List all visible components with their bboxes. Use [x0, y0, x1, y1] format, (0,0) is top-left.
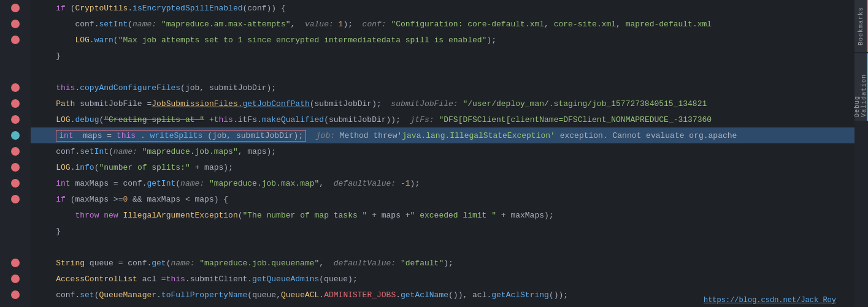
gutter-row-1 — [0, 0, 31, 16]
code-line-7: Path submitJobFile = JobSubmissionFiles … — [31, 96, 855, 112]
breakpoint-icon-13[interactable] — [11, 195, 20, 203]
gutter-row-11 — [0, 159, 31, 175]
gutter-row-17 — [0, 255, 31, 271]
debug-validation-tab[interactable]: Debug Validation — [855, 53, 868, 121]
gutter-row-9 — [0, 127, 31, 143]
debug-tab-label: Debug Validation — [854, 57, 867, 117]
code-line-3: LOG . warn ( "Max job attempts set to 1 … — [31, 32, 855, 48]
gutter-row-15 — [0, 223, 31, 239]
line-gutter — [0, 0, 31, 307]
breakpoint-icon-11[interactable] — [11, 163, 20, 172]
code-line-11: LOG . info ( "number of splits:" + maps)… — [31, 159, 855, 175]
breakpoint-icon-17[interactable] — [11, 259, 20, 267]
code-line-14: throw new IllegalArgumentException ( "Th… — [31, 207, 855, 223]
code-line-10: conf. setInt ( name: "mapreduce.job.maps… — [31, 143, 855, 159]
code-line-2: conf. setInt ( name: "mapreduce.am.max-a… — [31, 16, 855, 32]
breakpoint-icon-19[interactable] — [11, 290, 20, 299]
code-line-1: if ( CryptoUtils . isEncryptedSpillEnabl… — [31, 0, 855, 16]
code-line-12: int maxMaps = conf. getInt ( name: "mapr… — [31, 175, 855, 191]
gutter-row-13 — [0, 191, 31, 207]
bookmarks-tab-label: Bookmarks — [858, 7, 864, 45]
gutter-row-10 — [0, 143, 31, 159]
breakpoint-icon-10[interactable] — [11, 147, 20, 156]
code-line-9: int maps = this . writeSplits (job, subm… — [31, 127, 855, 143]
gutter-row-4 — [0, 48, 31, 64]
gutter-row-19 — [0, 287, 31, 303]
gutter-row-2 — [0, 16, 31, 32]
gutter-row-14 — [0, 207, 31, 223]
code-line-17: String queue = conf. get ( name: "mapred… — [31, 255, 855, 271]
breakpoint-icon-3[interactable] — [11, 36, 20, 44]
code-line-5 — [31, 64, 855, 80]
code-line-18: AccessControlList acl = this .submitClie… — [31, 271, 855, 287]
breakpoint-icon-6[interactable] — [11, 83, 20, 92]
breakpoint-icon-8[interactable] — [11, 115, 20, 124]
breakpoint-icon-18[interactable] — [11, 275, 20, 283]
gutter-row-18 — [0, 271, 31, 287]
code-line-16 — [31, 239, 855, 255]
bookmarks-tab[interactable]: Bookmarks — [855, 0, 868, 52]
breakpoint-icon-1[interactable] — [11, 4, 20, 12]
gutter-row-6 — [0, 80, 31, 96]
code-line-4: } — [31, 48, 855, 64]
breakpoint-icon-7[interactable] — [11, 99, 20, 108]
code-editor[interactable]: if ( CryptoUtils . isEncryptedSpillEnabl… — [31, 0, 855, 307]
code-line-8: LOG . debug ( "Creating splits at " + th… — [31, 112, 855, 127]
right-panel: Bookmarks Debug Validation — [855, 0, 868, 307]
source-url: https://blog.csdn.net/Jack_Roy — [704, 296, 836, 305]
code-line-13: if (maxMaps >= 0 && maxMaps < maps) { — [31, 191, 855, 207]
code-line-15: } — [31, 223, 855, 239]
gutter-row-3 — [0, 32, 31, 48]
gutter-row-8 — [0, 112, 31, 127]
gutter-row-5 — [0, 64, 31, 80]
gutter-row-7 — [0, 96, 31, 112]
gutter-row-12 — [0, 175, 31, 191]
debug-arrow-icon-9[interactable] — [11, 131, 20, 140]
debug-highlight-box: int maps = this . writeSplits (job, subm… — [56, 130, 306, 142]
editor-container: if ( CryptoUtils . isEncryptedSpillEnabl… — [0, 0, 868, 307]
code-line-6: this . copyAndConfigureFiles (job, submi… — [31, 80, 855, 96]
breakpoint-icon-2[interactable] — [11, 20, 20, 28]
gutter-row-16 — [0, 239, 31, 255]
url-text: https://blog.csdn.net/Jack_Roy — [704, 296, 836, 305]
breakpoint-icon-12[interactable] — [11, 179, 20, 188]
